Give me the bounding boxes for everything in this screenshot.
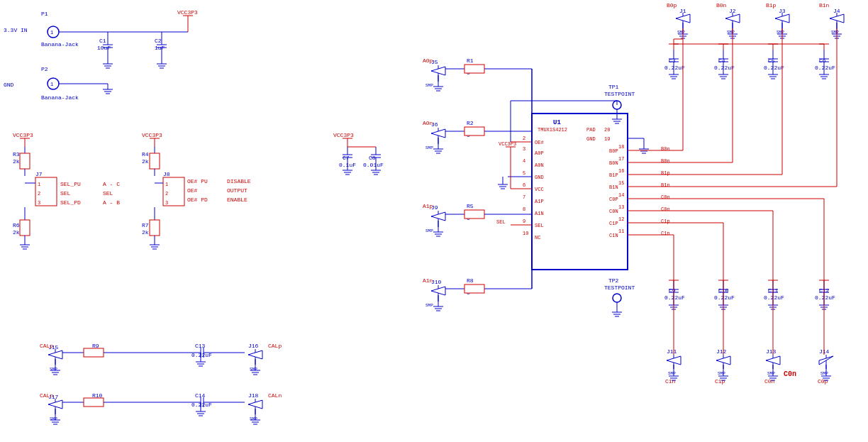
- svg-text:CALn: CALn: [268, 392, 282, 399]
- svg-text:R8: R8: [467, 277, 474, 284]
- svg-text:0.22uF: 0.22uF: [764, 65, 784, 71]
- svg-text:A0P: A0P: [535, 150, 544, 156]
- svg-text:TP1: TP1: [608, 84, 619, 90]
- svg-text:C1n: C1n: [661, 231, 670, 236]
- svg-text:SMP: SMP: [668, 371, 676, 376]
- svg-text:20: 20: [604, 127, 610, 133]
- svg-text:C9: C9: [669, 287, 676, 294]
- svg-text:R1: R1: [467, 57, 474, 64]
- svg-text:VCC3P3: VCC3P3: [499, 141, 516, 147]
- svg-text:B1N: B1N: [609, 184, 618, 190]
- svg-text:A1N: A1N: [535, 211, 544, 216]
- svg-text:Banana-Jack: Banana-Jack: [41, 41, 79, 48]
- svg-text:2: 2: [165, 191, 168, 197]
- svg-text:C0P: C0P: [609, 197, 618, 202]
- svg-text:9: 9: [523, 219, 525, 224]
- svg-text:SMP: SMP: [425, 303, 433, 308]
- svg-text:3: 3: [165, 200, 168, 206]
- svg-text:2k: 2k: [142, 229, 149, 236]
- svg-text:16: 16: [618, 168, 624, 174]
- svg-text:A0N: A0N: [535, 162, 544, 168]
- svg-text:C1N: C1N: [609, 233, 618, 238]
- svg-text:GND: GND: [586, 136, 596, 142]
- svg-text:1: 1: [38, 182, 40, 187]
- svg-text:2: 2: [523, 136, 525, 141]
- svg-text:0.22uF: 0.22uF: [815, 294, 835, 301]
- svg-text:15: 15: [618, 180, 624, 186]
- svg-text:C1p: C1p: [661, 219, 670, 224]
- svg-text:C6: C6: [819, 57, 826, 64]
- svg-text:C0n: C0n: [661, 206, 670, 212]
- svg-text:3.3V IN: 3.3V IN: [4, 27, 28, 33]
- svg-text:TESTPOINT: TESTPOINT: [604, 91, 635, 97]
- svg-text:C1: C1: [99, 38, 106, 44]
- svg-text:0.22uF: 0.22uF: [664, 294, 685, 301]
- svg-text:R4: R4: [142, 151, 149, 158]
- svg-text:B1P: B1P: [609, 172, 618, 178]
- svg-text:SMP: SMP: [767, 371, 775, 376]
- svg-text:B0n: B0n: [661, 146, 670, 152]
- svg-text:SMP: SMP: [820, 371, 828, 376]
- svg-text:SMP: SMP: [718, 371, 725, 376]
- svg-rect-440: [84, 348, 104, 357]
- svg-text:VCC3P3: VCC3P3: [13, 132, 33, 138]
- svg-text:C0n: C0n: [784, 370, 796, 378]
- svg-text:C1n: C1n: [665, 378, 676, 385]
- svg-text:2k: 2k: [13, 229, 20, 236]
- svg-text:14: 14: [618, 192, 624, 198]
- svg-text:0.22uF: 0.22uF: [714, 294, 735, 301]
- svg-text:C5: C5: [768, 57, 775, 64]
- svg-text:0.22uF: 0.22uF: [764, 294, 784, 301]
- schematic-canvas: VCC3P3 3.3V IN P1 Banana-Jack 1 C1 10uF …: [0, 0, 868, 442]
- svg-text:1: 1: [50, 30, 53, 35]
- svg-rect-158: [464, 210, 484, 219]
- svg-text:C1P: C1P: [609, 221, 618, 226]
- svg-text:C4: C4: [718, 57, 725, 64]
- svg-text:A1p: A1p: [423, 203, 433, 209]
- svg-text:B0n: B0n: [716, 2, 727, 9]
- svg-text:SEL_PD: SEL_PD: [60, 199, 81, 206]
- svg-text:A0p: A0p: [423, 57, 433, 64]
- svg-text:SEL: SEL: [103, 190, 113, 197]
- svg-text:12: 12: [618, 216, 624, 222]
- svg-text:B0n: B0n: [661, 158, 670, 164]
- svg-text:R2: R2: [467, 120, 474, 126]
- svg-text:5: 5: [523, 170, 525, 176]
- svg-text:CALp: CALp: [40, 343, 53, 349]
- svg-text:10: 10: [523, 231, 528, 236]
- svg-text:TESTPOINT: TESTPOINT: [604, 284, 635, 291]
- svg-text:17: 17: [618, 156, 624, 162]
- svg-text:2k: 2k: [13, 158, 20, 165]
- svg-text:C0p: C0p: [818, 378, 828, 385]
- svg-rect-46: [20, 153, 30, 169]
- svg-text:C0n: C0n: [661, 194, 670, 200]
- svg-text:SEL_PU: SEL_PU: [60, 181, 81, 187]
- svg-text:3: 3: [523, 146, 525, 152]
- svg-rect-74: [150, 153, 160, 169]
- svg-text:B0P: B0P: [609, 148, 618, 154]
- svg-text:SMP: SMP: [250, 416, 257, 421]
- svg-text:TMUX1S4212: TMUX1S4212: [538, 127, 567, 133]
- svg-text:OE#: OE#: [187, 187, 198, 194]
- svg-text:J13: J13: [766, 348, 777, 355]
- svg-text:C0N: C0N: [609, 209, 618, 214]
- svg-rect-130: [464, 65, 484, 73]
- svg-text:J8: J8: [163, 171, 170, 177]
- svg-rect-174: [532, 114, 628, 270]
- svg-text:A1P: A1P: [535, 199, 544, 204]
- svg-text:OE# PD: OE# PD: [187, 197, 208, 203]
- svg-text:18: 18: [618, 144, 624, 150]
- svg-text:CALn: CALn: [40, 392, 53, 399]
- svg-text:SMP: SMP: [425, 83, 433, 88]
- svg-text:19: 19: [604, 136, 610, 142]
- svg-text:R3: R3: [13, 151, 20, 158]
- svg-text:0.22uF: 0.22uF: [815, 65, 835, 71]
- svg-text:J7: J7: [35, 171, 43, 177]
- svg-text:B0p: B0p: [667, 2, 677, 9]
- svg-text:B1p: B1p: [661, 170, 670, 176]
- svg-text:VCC3P3: VCC3P3: [142, 132, 162, 138]
- svg-text:NC: NC: [535, 235, 540, 241]
- svg-text:J12: J12: [716, 348, 727, 355]
- svg-text:2k: 2k: [142, 158, 149, 165]
- svg-text:13: 13: [618, 204, 624, 210]
